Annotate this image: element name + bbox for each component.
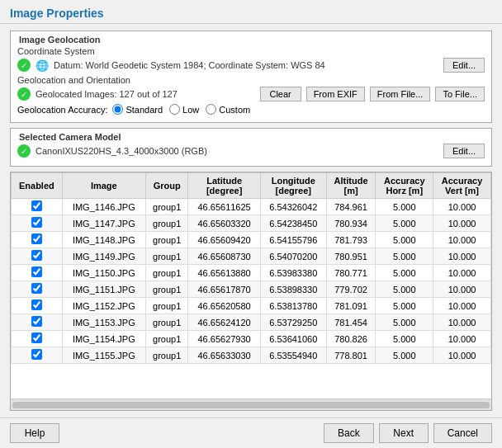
row-checkbox[interactable] bbox=[31, 200, 42, 211]
row-checkbox[interactable] bbox=[31, 266, 42, 277]
table-row: IMG_1151.JPG group1 46.65617870 6.538983… bbox=[12, 281, 491, 298]
cell-lat: 46.65613880 bbox=[188, 265, 260, 281]
table-body: IMG_1146.JPG group1 46.65611625 6.543260… bbox=[12, 199, 491, 364]
cell-acc-v: 10.000 bbox=[433, 314, 491, 331]
cell-acc-h: 5.000 bbox=[376, 347, 433, 364]
coord-check-icon: ✓ bbox=[17, 59, 31, 72]
cell-lat: 46.65620580 bbox=[188, 298, 260, 314]
col-image: Image bbox=[62, 173, 145, 199]
cell-enabled[interactable] bbox=[12, 347, 63, 364]
cell-acc-v: 10.000 bbox=[433, 298, 491, 314]
footer-right: Back Next Cancel bbox=[324, 423, 492, 443]
image-table: Enabled Image Group Latitude[degree] Lon… bbox=[11, 172, 491, 364]
cell-acc-h: 5.000 bbox=[376, 314, 433, 331]
accuracy-standard-label: Standard bbox=[126, 105, 163, 115]
geolocation-group: Image Geolocation Coordinate System ✓ 🌐 … bbox=[10, 31, 492, 123]
cell-alt: 780.826 bbox=[326, 331, 376, 347]
cell-image: IMG_1149.JPG bbox=[62, 248, 145, 265]
back-button[interactable]: Back bbox=[324, 423, 374, 443]
camera-model-group: Selected Camera Model ✓ CanonIXUS220HS_4… bbox=[10, 128, 492, 167]
accuracy-standard-option[interactable]: Standard bbox=[112, 104, 163, 115]
accuracy-row: Geolocation Accuracy: Standard Low Custo… bbox=[17, 104, 485, 115]
cell-alt: 781.454 bbox=[326, 314, 376, 331]
geoloc-orient-row: ✓ Geolocated Images: 127 out of 127 Clea… bbox=[17, 87, 485, 101]
col-enabled: Enabled bbox=[12, 173, 63, 199]
table-row: IMG_1153.JPG group1 46.65624120 6.537292… bbox=[12, 314, 491, 331]
cell-lon: 6.54155796 bbox=[260, 232, 326, 248]
cell-acc-h: 5.000 bbox=[376, 298, 433, 314]
camera-check-icon: ✓ bbox=[17, 144, 31, 158]
clear-button[interactable]: Clear bbox=[260, 87, 301, 101]
row-checkbox[interactable] bbox=[31, 299, 42, 310]
accuracy-custom-radio[interactable] bbox=[206, 104, 216, 115]
cell-enabled[interactable] bbox=[12, 298, 63, 314]
table-row: IMG_1149.JPG group1 46.65608730 6.540702… bbox=[12, 248, 491, 265]
cell-lon: 6.53641060 bbox=[260, 331, 326, 347]
cell-acc-h: 5.000 bbox=[376, 199, 433, 215]
cell-image: IMG_1147.JPG bbox=[62, 215, 145, 232]
cell-group: group1 bbox=[145, 281, 188, 298]
cell-group: group1 bbox=[145, 331, 188, 347]
cell-acc-h: 5.000 bbox=[376, 232, 433, 248]
from-exif-button[interactable]: From EXIF bbox=[306, 87, 365, 101]
cell-image: IMG_1146.JPG bbox=[62, 199, 145, 215]
next-button[interactable]: Next bbox=[379, 423, 429, 443]
cell-enabled[interactable] bbox=[12, 215, 63, 232]
table-row: IMG_1146.JPG group1 46.65611625 6.543260… bbox=[12, 199, 491, 215]
accuracy-low-radio[interactable] bbox=[169, 104, 180, 115]
cell-image: IMG_1151.JPG bbox=[62, 281, 145, 298]
cell-lat: 46.65611625 bbox=[188, 199, 260, 215]
table-row: IMG_1154.JPG group1 46.65627930 6.536410… bbox=[12, 331, 491, 347]
row-checkbox[interactable] bbox=[31, 349, 42, 360]
cell-acc-h: 5.000 bbox=[376, 331, 433, 347]
cell-acc-v: 10.000 bbox=[433, 232, 491, 248]
main-content: Image Geolocation Coordinate System ✓ 🌐 … bbox=[0, 24, 502, 417]
row-checkbox[interactable] bbox=[31, 250, 42, 261]
cell-enabled[interactable] bbox=[12, 314, 63, 331]
cell-enabled[interactable] bbox=[12, 331, 63, 347]
cell-group: group1 bbox=[145, 347, 188, 364]
footer: Help Back Next Cancel bbox=[0, 417, 502, 448]
to-file-button[interactable]: To File... bbox=[435, 87, 485, 101]
accuracy-standard-radio[interactable] bbox=[112, 104, 123, 115]
cell-lon: 6.54238450 bbox=[260, 215, 326, 232]
table-row: IMG_1155.JPG group1 46.65633030 6.535549… bbox=[12, 347, 491, 364]
table-row: IMG_1152.JPG group1 46.65620580 6.538137… bbox=[12, 298, 491, 314]
col-group: Group bbox=[145, 173, 188, 199]
cell-enabled[interactable] bbox=[12, 281, 63, 298]
row-checkbox[interactable] bbox=[31, 217, 42, 228]
geoloc-orient-label: Geolocation and Orientation bbox=[17, 75, 485, 85]
table-header: Enabled Image Group Latitude[degree] Lon… bbox=[12, 173, 491, 199]
cell-lon: 6.53729250 bbox=[260, 314, 326, 331]
cell-enabled[interactable] bbox=[12, 199, 63, 215]
row-checkbox[interactable] bbox=[31, 233, 42, 244]
cell-lat: 46.65627930 bbox=[188, 331, 260, 347]
camera-edit-button[interactable]: Edit... bbox=[443, 144, 485, 158]
coord-system-label: Coordinate System bbox=[17, 46, 485, 56]
horizontal-scrollbar[interactable] bbox=[11, 398, 491, 410]
col-acc-horz: AccuracyHorz [m] bbox=[376, 173, 433, 199]
help-button[interactable]: Help bbox=[10, 423, 59, 443]
row-checkbox[interactable] bbox=[31, 332, 42, 343]
col-latitude: Latitude[degree] bbox=[188, 173, 260, 199]
image-table-container: Enabled Image Group Latitude[degree] Lon… bbox=[10, 172, 492, 411]
from-file-button[interactable]: From File... bbox=[370, 87, 431, 101]
row-checkbox[interactable] bbox=[31, 316, 42, 327]
cell-alt: 781.793 bbox=[326, 232, 376, 248]
cell-acc-v: 10.000 bbox=[433, 199, 491, 215]
table-scroll-area[interactable]: Enabled Image Group Latitude[degree] Lon… bbox=[11, 172, 491, 398]
cell-enabled[interactable] bbox=[12, 232, 63, 248]
cell-group: group1 bbox=[145, 314, 188, 331]
cell-enabled[interactable] bbox=[12, 265, 63, 281]
accuracy-custom-option[interactable]: Custom bbox=[206, 104, 250, 115]
dialog-title: Image Properties bbox=[10, 7, 492, 20]
cell-acc-v: 10.000 bbox=[433, 281, 491, 298]
accuracy-low-option[interactable]: Low bbox=[169, 104, 199, 115]
camera-model-text: CanonIXUS220HS_4.3_4000x3000 (RGB) bbox=[36, 146, 438, 156]
row-checkbox[interactable] bbox=[31, 283, 42, 294]
cell-enabled[interactable] bbox=[12, 248, 63, 265]
coord-edit-button[interactable]: Edit... bbox=[443, 58, 485, 73]
cancel-button[interactable]: Cancel bbox=[433, 423, 492, 443]
cell-group: group1 bbox=[145, 199, 188, 215]
accuracy-low-label: Low bbox=[182, 105, 199, 115]
